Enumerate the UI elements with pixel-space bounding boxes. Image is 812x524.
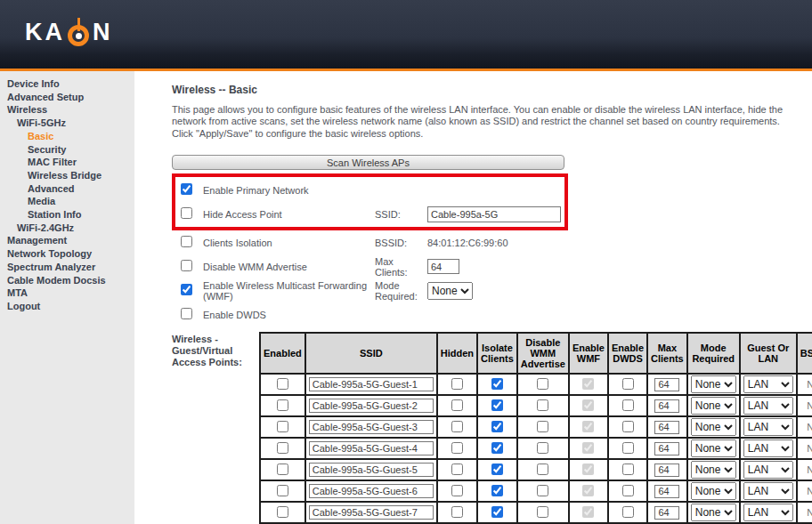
sidebar-item-wifi-2-4ghz[interactable]: WiFi-2.4GHz: [0, 222, 134, 235]
guest-2-mode-required-select[interactable]: None: [691, 397, 736, 415]
disable-wmm-advertise-checkbox[interactable]: [181, 260, 192, 271]
sidebar-item-cable-modem-docsis[interactable]: Cable Modem Docsis: [0, 274, 134, 287]
column-header-mode-required: Mode Required: [687, 333, 740, 374]
sidebar-item-network-topology[interactable]: Network Topology: [0, 247, 134, 261]
scan-wireless-aps-button[interactable]: Scan Wireless APs: [172, 155, 564, 170]
guest-5-ssid-input[interactable]: [309, 463, 434, 477]
guest-3-disable-wmm-advertise-checkbox[interactable]: [537, 421, 548, 432]
guest-1-mode-required-select[interactable]: None: [691, 375, 736, 393]
hide-access-point-checkbox[interactable]: [181, 207, 192, 219]
sidebar-item-wireless[interactable]: Wireless: [0, 103, 134, 117]
guest-3-guest-or-lan-select[interactable]: LAN: [743, 418, 793, 436]
guest-2-max-clients-input[interactable]: [654, 399, 679, 413]
guest-2-disable-wmm-advertise-checkbox[interactable]: [537, 399, 548, 411]
guest-2-isolate-clients-checkbox[interactable]: [491, 399, 503, 411]
page-title: Wireless -- Basic: [172, 84, 812, 96]
guest-6-enable-dwds-checkbox[interactable]: [622, 485, 634, 496]
sidebar-item-management[interactable]: Management: [0, 234, 134, 247]
sidebar-item-mac-filter[interactable]: MAC Filter: [0, 156, 134, 169]
guest-7-mode-required-select[interactable]: None: [691, 504, 736, 521]
sidebar-item-logout[interactable]: Logout: [0, 300, 134, 313]
enable-dwds-checkbox[interactable]: [181, 308, 192, 319]
guest-7-enabled-checkbox[interactable]: [277, 506, 288, 518]
guest-5-guest-or-lan-select[interactable]: LAN: [743, 461, 793, 479]
guest-7-ssid-input[interactable]: [309, 505, 434, 520]
guest-1-enable-dwds-checkbox[interactable]: [622, 378, 634, 390]
sidebar-item-advanced-setup[interactable]: Advanced Setup: [0, 91, 134, 104]
guest-1-ssid-input[interactable]: [309, 377, 434, 391]
guest-1-isolate-clients-checkbox[interactable]: [491, 378, 503, 390]
guest-5-isolate-clients-checkbox[interactable]: [491, 464, 503, 475]
guest-4-isolate-clients-checkbox[interactable]: [491, 442, 503, 454]
description-line-1: This page allows you to configure basic …: [172, 104, 809, 128]
guest-7-disable-wmm-advertise-checkbox[interactable]: [537, 506, 548, 518]
guest-2-hidden-checkbox[interactable]: [451, 399, 463, 411]
guest-4-ssid-input[interactable]: [309, 441, 434, 455]
clients-isolation-checkbox[interactable]: [181, 236, 192, 247]
guest-6-guest-or-lan-select[interactable]: LAN: [743, 482, 793, 500]
sidebar-item-advanced[interactable]: Advanced: [0, 182, 134, 196]
enable-primary-network-checkbox[interactable]: [181, 183, 192, 195]
sidebar-item-mta[interactable]: MTA: [0, 286, 134, 300]
guest-1-disable-wmm-advertise-checkbox[interactable]: [537, 378, 548, 390]
guest-1-max-clients-input[interactable]: [654, 378, 679, 391]
guest-5-mode-required-select[interactable]: None: [691, 461, 736, 479]
guest-1-guest-or-lan-select[interactable]: LAN: [743, 375, 793, 393]
guest-3-isolate-clients-checkbox[interactable]: [491, 421, 503, 432]
guest-2-bssid-value: N/A: [797, 395, 812, 416]
guest-7-hidden-checkbox[interactable]: [451, 506, 463, 518]
guest-6-hidden-checkbox[interactable]: [451, 485, 463, 496]
guest-4-enable-dwds-checkbox[interactable]: [622, 442, 634, 454]
guest-4-mode-required-select[interactable]: None: [691, 439, 736, 457]
guest-4-disable-wmm-advertise-checkbox[interactable]: [537, 442, 548, 454]
guest-5-disable-wmm-advertise-checkbox[interactable]: [537, 464, 548, 475]
sidebar-item-basic[interactable]: Basic: [0, 130, 134, 143]
guest-6-isolate-clients-checkbox[interactable]: [491, 485, 503, 496]
guest-6-max-clients-input[interactable]: [654, 485, 679, 498]
guest-7-enable-dwds-checkbox[interactable]: [622, 506, 634, 518]
form-row-hide-access-point: Hide Access PointSSID:: [181, 202, 564, 226]
guest-3-enable-dwds-checkbox[interactable]: [622, 421, 634, 432]
guest-1-enabled-checkbox[interactable]: [277, 378, 288, 390]
guest-4-enabled-checkbox[interactable]: [277, 442, 288, 454]
guest-7-guest-or-lan-select[interactable]: LAN: [743, 504, 793, 521]
guest-7-max-clients-input[interactable]: [654, 506, 679, 520]
sidebar-item-station-info[interactable]: Station Info: [0, 208, 134, 222]
guest-4-hidden-checkbox[interactable]: [451, 442, 463, 454]
form-row-enable-dwds: Enable DWDS: [181, 302, 812, 326]
sidebar-item-media[interactable]: Media: [0, 195, 134, 208]
enable-wireless-multicast-forwarding-wmf-checkbox[interactable]: [181, 284, 192, 295]
guest-5-max-clients-input[interactable]: [654, 464, 679, 477]
guest-6-mode-required-select[interactable]: None: [691, 482, 736, 500]
sidebar-item-security[interactable]: Security: [0, 143, 134, 157]
guest-3-enabled-checkbox[interactable]: [277, 421, 288, 432]
guest-5-enable-dwds-checkbox[interactable]: [622, 464, 634, 475]
guest-6-disable-wmm-advertise-checkbox[interactable]: [537, 485, 548, 496]
sidebar-item-device-info[interactable]: Device Info: [0, 77, 134, 91]
guest-4-guest-or-lan-select[interactable]: LAN: [743, 439, 793, 457]
guest-1-hidden-checkbox[interactable]: [451, 378, 463, 390]
guest-6-ssid-input[interactable]: [309, 484, 434, 498]
mode-required-select[interactable]: None: [427, 282, 473, 300]
mode-required-label: Mode Required:: [375, 280, 427, 302]
guest-2-guest-or-lan-select[interactable]: LAN: [743, 397, 793, 415]
guest-ap-section: Wireless - Guest/Virtual Access Points: …: [172, 332, 812, 524]
guest-3-hidden-checkbox[interactable]: [451, 421, 463, 432]
guest-7-isolate-clients-checkbox[interactable]: [491, 506, 503, 518]
guest-3-ssid-input[interactable]: [309, 420, 434, 434]
guest-2-enable-dwds-checkbox[interactable]: [622, 399, 634, 411]
sidebar-item-wifi-5ghz[interactable]: WiFi-5GHz: [0, 117, 134, 130]
max-clients-input[interactable]: [427, 259, 459, 274]
guest-4-max-clients-input[interactable]: [654, 442, 679, 455]
guest-5-hidden-checkbox[interactable]: [451, 464, 463, 475]
column-header-ssid: SSID: [305, 333, 437, 374]
guest-5-enabled-checkbox[interactable]: [277, 464, 288, 475]
guest-3-mode-required-select[interactable]: None: [691, 418, 736, 436]
guest-2-ssid-input[interactable]: [309, 399, 434, 413]
guest-3-max-clients-input[interactable]: [654, 421, 679, 434]
guest-6-enabled-checkbox[interactable]: [277, 485, 288, 496]
guest-2-enabled-checkbox[interactable]: [277, 399, 288, 411]
sidebar-item-spectrum-analyzer[interactable]: Spectrum Analyzer: [0, 261, 134, 274]
sidebar-item-wireless-bridge[interactable]: Wireless Bridge: [0, 169, 134, 182]
ssid-input[interactable]: [427, 206, 561, 222]
